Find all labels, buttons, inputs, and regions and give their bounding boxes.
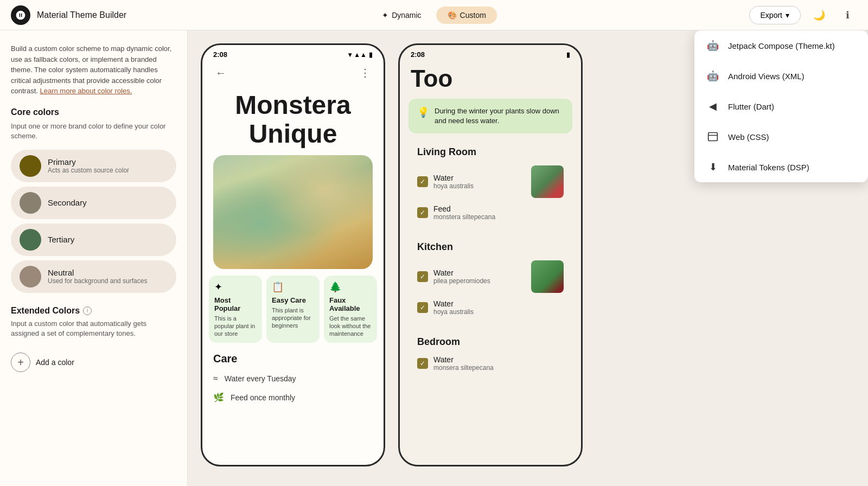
dynamic-icon: ✦ <box>382 11 388 20</box>
web-css-label: Web (CSS) <box>728 132 769 142</box>
faux-title: Faux Available <box>329 296 372 312</box>
phone1-plant-title: Monstera Unique <box>202 87 384 155</box>
room-living-room-title: Living Room <box>417 146 564 158</box>
feature-card-easy-care: 📋 Easy Care This plant is appropriate fo… <box>266 276 320 343</box>
room-item-feed-monstera: ✓ Feed monstera siltepecana <box>417 201 564 224</box>
palette-icon: 🎨 <box>448 11 457 20</box>
dropdown-flutter[interactable]: ◀ Flutter (Dart) <box>694 91 868 122</box>
learn-more-link[interactable]: Learn more about color roles. <box>40 87 132 95</box>
phone1-time: 2:08 <box>213 50 227 59</box>
room-item-water-pilea: ✓ Water pilea peperomiodes <box>417 257 564 296</box>
dropdown-android-views[interactable]: 🤖 Android Views (XML) <box>694 61 868 91</box>
dynamic-tab[interactable]: ✦ Dynamic <box>371 7 432 24</box>
room-bedroom-title: Bedroom <box>417 336 564 348</box>
signal-icon: ▲▲ <box>354 51 367 59</box>
popular-title: Most Popular <box>214 296 257 312</box>
room-item-water-hoya-kitchen: ✓ Water hoya australis <box>417 296 564 319</box>
phone1-care-section: Care ≈ Water every Tuesday 🌿 Feed once m… <box>202 347 384 407</box>
neutral-color-swatch[interactable]: Neutral Used for background and surfaces <box>11 260 176 293</box>
preview-area: 2:08 ▾ ▲▲ ▮ ← ⋮ Monstera Unique <box>188 30 868 486</box>
add-color-button[interactable]: + Add a color <box>11 347 74 378</box>
phone1-status-bar: 2:08 ▾ ▲▲ ▮ <box>202 45 384 61</box>
care-item-water: ≈ Water every Tuesday <box>213 369 373 388</box>
plant-thumb-1 <box>531 165 564 198</box>
plant-thumb-2 <box>531 260 564 293</box>
room-item-water-monstera-bedroom: ✓ Water monsera siltepecana <box>417 352 564 375</box>
room-kitchen: Kitchen ✓ Water pilea peperomiodes ✓ <box>409 235 572 325</box>
plant-image-gradient <box>213 155 373 269</box>
header: Material Theme Builder ✦ Dynamic 🎨 Custo… <box>0 0 868 30</box>
easy-care-desc: This plant is appropriate for beginners <box>272 306 314 330</box>
popular-icon: ✦ <box>214 281 257 293</box>
phone2-status-icons: ▮ <box>566 50 570 59</box>
secondary-color-circle <box>20 192 41 214</box>
room-living-room: Living Room ✓ Water hoya australis ✓ <box>409 140 572 231</box>
export-dropdown: 🤖 Jetpack Compose (Theme.kt) 🤖 Android V… <box>694 30 868 182</box>
extended-info-icon[interactable]: i <box>83 306 92 315</box>
neutral-sublabel: Used for background and surfaces <box>48 277 147 285</box>
phone1-menu-button[interactable]: ⋮ <box>355 63 375 82</box>
dropdown-web-css[interactable]: Web (CSS) <box>694 122 868 152</box>
checkbox-feed-monstera[interactable]: ✓ <box>417 207 428 218</box>
extended-subtitle: Input a custom color that automatically … <box>11 319 176 338</box>
neutral-color-circle <box>20 266 41 287</box>
checkbox-water-hoya-kitchen[interactable]: ✓ <box>417 302 428 313</box>
water-icon: ≈ <box>213 374 218 383</box>
extended-colors-title: Extended Colors <box>11 306 80 316</box>
phone2-rooms: Living Room ✓ Water hoya australis ✓ <box>409 140 572 381</box>
dropdown-material-tokens[interactable]: ⬇ Material Tokens (DSP) <box>694 152 868 182</box>
web-icon <box>705 129 720 144</box>
tip-text: During the winter your plants slow down … <box>435 106 564 126</box>
phone1-feature-cards: ✦ Most Popular This is a popular plant i… <box>202 269 384 348</box>
phone1-back-button[interactable]: ← <box>211 63 231 82</box>
battery-icon: ▮ <box>369 51 373 59</box>
primary-label: Primary <box>48 157 129 167</box>
room-kitchen-title: Kitchen <box>417 241 564 253</box>
download-icon: ⬇ <box>705 159 720 175</box>
room-bedroom: Bedroom ✓ Water monsera siltepecana <box>409 330 572 381</box>
material-tokens-label: Material Tokens (DSP) <box>728 163 809 172</box>
checkbox-water-pilea[interactable]: ✓ <box>417 271 428 282</box>
primary-color-swatch[interactable]: Primary Acts as custom source color <box>11 150 176 182</box>
sidebar: Build a custom color scheme to map dynam… <box>0 30 188 486</box>
core-colors-subtitle: Input one or more brand color to define … <box>11 122 176 141</box>
phone1-top-bar: ← ⋮ <box>202 61 384 87</box>
phone-mockup-2: 2:08 ▮ Too 💡 During the winter your plan… <box>398 43 583 466</box>
phone2-title: Too <box>400 61 581 99</box>
wifi-icon: ▾ <box>348 51 352 59</box>
secondary-color-swatch[interactable]: Secondary <box>11 187 176 219</box>
popular-desc: This is a popular plant in our store <box>214 315 257 338</box>
phone2-time: 2:08 <box>411 50 425 59</box>
custom-tab[interactable]: 🎨 Custom <box>437 7 497 24</box>
checkbox-water-monstera-bedroom[interactable]: ✓ <box>417 358 428 369</box>
easy-care-icon: 📋 <box>272 281 314 293</box>
svg-rect-0 <box>709 133 718 141</box>
add-icon: + <box>11 353 30 372</box>
app-logo <box>11 5 30 25</box>
faux-icon: 🌲 <box>329 281 372 293</box>
dark-mode-button[interactable]: 🌙 <box>809 5 829 25</box>
feature-card-popular: ✦ Most Popular This is a popular plant i… <box>209 276 262 343</box>
main-layout: Build a custom color scheme to map dynam… <box>0 30 868 486</box>
tertiary-color-swatch[interactable]: Tertiary <box>11 223 176 256</box>
app-title: Material Theme Builder <box>37 10 126 20</box>
jetpack-label: Jetpack Compose (Theme.kt) <box>728 41 835 50</box>
phone-mockup-1: 2:08 ▾ ▲▲ ▮ ← ⋮ Monstera Unique <box>201 43 385 466</box>
info-button[interactable]: ℹ <box>838 5 857 25</box>
export-button[interactable]: Export ▾ <box>749 6 801 24</box>
add-color-label: Add a color <box>36 358 74 367</box>
phone1-plant-image <box>213 155 373 269</box>
phone2-battery-icon: ▮ <box>566 51 570 59</box>
android-icon: 🤖 <box>705 38 720 53</box>
dropdown-jetpack[interactable]: 🤖 Jetpack Compose (Theme.kt) <box>694 30 868 61</box>
care-item-feed: 🌿 Feed once monthly <box>213 388 373 407</box>
easy-care-title: Easy Care <box>272 296 314 304</box>
primary-color-circle <box>20 155 41 177</box>
flutter-icon: ◀ <box>705 99 720 114</box>
core-colors-title: Core colors <box>11 107 176 117</box>
phone2-status-bar: 2:08 ▮ <box>400 45 581 61</box>
header-actions: Export ▾ 🌙 ℹ <box>749 5 857 25</box>
android-views-label: Android Views (XML) <box>728 72 805 81</box>
tertiary-label: Tertiary <box>48 235 74 244</box>
checkbox-water-hoya[interactable]: ✓ <box>417 176 428 187</box>
